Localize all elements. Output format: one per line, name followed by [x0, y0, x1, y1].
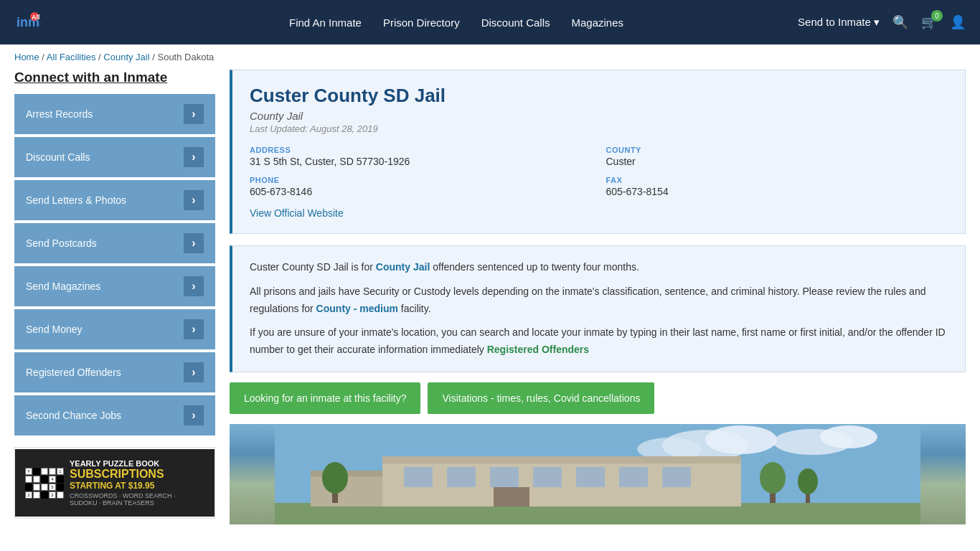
arrow-icon: ›: [184, 362, 204, 382]
ad-line3: STARTING AT $19.95: [70, 481, 204, 491]
svg-rect-12: [382, 456, 741, 463]
sidebar-item-discount-calls[interactable]: Discount Calls ›: [14, 137, 215, 177]
svg-rect-19: [662, 467, 691, 487]
sidebar-item-label: Registered Offenders: [26, 367, 121, 378]
address-block: ADDRESS 31 S 5th St, Custer, SD 57730-19…: [250, 146, 592, 167]
arrow-icon: ›: [184, 147, 204, 167]
main-nav: Find An Inmate Prison Directory Discount…: [136, 14, 776, 32]
breadcrumb-home[interactable]: Home: [14, 52, 39, 62]
svg-text:All: All: [32, 14, 40, 21]
breadcrumb-all-facilities[interactable]: All Facilities: [47, 52, 96, 62]
logo[interactable]: inmate All: [14, 9, 115, 35]
content-area: Custer County SD Jail County Jail Last U…: [230, 70, 966, 524]
county-label: COUNTY: [606, 146, 948, 154]
svg-rect-15: [490, 467, 519, 487]
phone-value: 605-673-8146: [250, 186, 592, 197]
arrow-icon: ›: [184, 276, 204, 296]
ad-line4: CROSSWORDS · WORD SEARCH · SUDOKU · BRAI…: [70, 492, 204, 507]
sidebar-item-label: Send Money: [26, 324, 83, 335]
sidebar-item-send-money[interactable]: Send Money ›: [14, 309, 215, 349]
sidebar-item-label: Send Letters & Photos: [26, 194, 126, 206]
registered-offenders-link[interactable]: Registered Offenders: [487, 344, 589, 355]
county-block: COUNTY Custer: [606, 146, 948, 167]
breadcrumb-county-jail[interactable]: County Jail: [103, 52, 149, 62]
main-content: Connect with an Inmate Arrest Records › …: [0, 70, 980, 539]
svg-rect-20: [494, 487, 529, 507]
svg-rect-16: [533, 467, 562, 487]
breadcrumb-state: South Dakota: [157, 52, 214, 62]
svg-point-9: [820, 425, 877, 448]
ad-banner[interactable]: Y 1 4 5: [14, 447, 215, 519]
sidebar-title: Connect with an Inmate: [14, 70, 215, 85]
svg-point-26: [760, 462, 786, 494]
facility-info-grid: ADDRESS 31 S 5th St, Custer, SD 57730-19…: [250, 146, 948, 197]
svg-point-24: [322, 462, 348, 494]
breadcrumb: Home / All Facilities / County Jail / So…: [0, 44, 980, 70]
fax-label: FAX: [606, 176, 948, 184]
arrow-icon: ›: [184, 104, 204, 124]
svg-rect-14: [447, 467, 476, 487]
svg-rect-18: [619, 467, 648, 487]
official-website-link[interactable]: View Official Website: [250, 207, 344, 219]
county-jail-link[interactable]: County Jail: [376, 261, 430, 273]
send-to-inmate-button[interactable]: Send to Inmate ▾: [798, 16, 880, 29]
visitations-button[interactable]: Visitations - times, rules, Covid cancel…: [428, 382, 654, 414]
sidebar-item-second-chance-jobs[interactable]: Second Chance Jobs ›: [14, 395, 215, 435]
nav-find-inmate[interactable]: Find An Inmate: [289, 14, 362, 32]
facility-name: Custer County SD Jail: [250, 85, 948, 107]
arrow-icon: ›: [184, 190, 204, 210]
arrow-icon: ›: [184, 233, 204, 253]
county-value: Custer: [606, 156, 948, 167]
svg-point-28: [798, 468, 818, 494]
search-icon[interactable]: 🔍: [892, 14, 908, 30]
description-p2: All prisons and jails have Security or C…: [250, 283, 948, 318]
cart-wrapper[interactable]: 🛒 0: [921, 14, 937, 30]
sidebar-item-send-magazines[interactable]: Send Magazines ›: [14, 266, 215, 306]
sidebar-item-label: Second Chance Jobs: [26, 410, 121, 421]
sidebar-item-label: Send Postcards: [26, 237, 97, 249]
fax-value: 605-673-8154: [606, 186, 948, 197]
sidebar-item-registered-offenders[interactable]: Registered Offenders ›: [14, 352, 215, 392]
svg-rect-13: [404, 467, 433, 487]
facility-info-card: Custer County SD Jail County Jail Last U…: [230, 70, 966, 234]
address-label: ADDRESS: [250, 146, 592, 154]
sidebar-item-label: Arrest Records: [26, 108, 93, 120]
site-header: inmate All Find An Inmate Prison Directo…: [0, 0, 980, 44]
description-p3: If you are unsure of your inmate's locat…: [250, 324, 948, 359]
sidebar-item-arrest-records[interactable]: Arrest Records ›: [14, 94, 215, 134]
sidebar-item-send-postcards[interactable]: Send Postcards ›: [14, 223, 215, 263]
arrow-icon: ›: [184, 405, 204, 425]
sidebar-item-label: Discount Calls: [26, 151, 90, 163]
description-area: Custer County SD Jail is for County Jail…: [230, 245, 966, 372]
action-buttons: Looking for an inmate at this facility? …: [230, 382, 966, 414]
phone-label: PHONE: [250, 176, 592, 184]
header-actions: Send to Inmate ▾ 🔍 🛒 0 👤: [798, 14, 966, 30]
address-value: 31 S 5th St, Custer, SD 57730-1926: [250, 156, 592, 167]
facility-photo: [230, 424, 966, 524]
facility-type: County Jail: [250, 110, 948, 122]
find-inmate-button[interactable]: Looking for an inmate at this facility?: [230, 382, 420, 414]
county-medium-link[interactable]: County - medium: [316, 303, 398, 314]
cart-badge: 0: [931, 10, 943, 22]
arrow-icon: ›: [184, 319, 204, 339]
sidebar-item-send-letters[interactable]: Send Letters & Photos ›: [14, 180, 215, 220]
nav-magazines[interactable]: Magazines: [572, 14, 624, 32]
sidebar-item-label: Send Magazines: [26, 281, 100, 292]
ad-line2: SUBSCRIPTIONS: [70, 468, 204, 481]
user-icon[interactable]: 👤: [950, 14, 966, 30]
svg-rect-17: [576, 467, 605, 487]
facility-updated: Last Updated: August 28, 2019: [250, 123, 948, 134]
phone-block: PHONE 605-673-8146: [250, 176, 592, 197]
ad-line1: YEARLY PUZZLE BOOK: [70, 459, 204, 468]
nav-prison-directory[interactable]: Prison Directory: [383, 14, 460, 32]
svg-point-6: [705, 425, 777, 454]
description-p1: Custer County SD Jail is for County Jail…: [250, 259, 948, 276]
sidebar: Connect with an Inmate Arrest Records › …: [14, 70, 215, 524]
fax-block: FAX 605-673-8154: [606, 176, 948, 197]
nav-discount-calls[interactable]: Discount Calls: [481, 14, 550, 32]
sidebar-menu: Arrest Records › Discount Calls › Send L…: [14, 94, 215, 435]
